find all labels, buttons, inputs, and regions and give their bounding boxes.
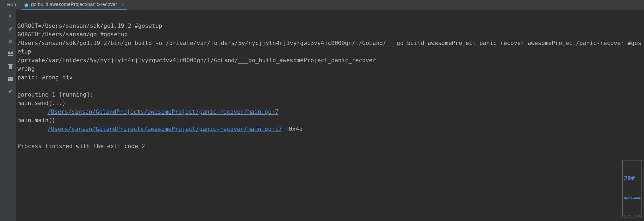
output-line: goroutine 1 [running]: [17,91,93,98]
close-icon[interactable]: × [121,2,124,7]
svg-rect-5 [9,40,12,43]
output-line: GOROOT=/Users/sansan/sdk/go1.19.2 #goset… [17,23,162,29]
output-line: GOPATH=/Users/sansan/go #gosetup [17,31,128,38]
output-line: main.send(...) [17,100,66,106]
svg-rect-14 [8,79,13,81]
svg-point-0 [25,4,28,7]
svg-rect-12 [10,64,11,64]
output-line: +0x4a [282,126,303,132]
go-gopher-icon [24,2,29,7]
output-line: Process finished with the exit code 2 [17,143,145,150]
output-line: panic: wrong div [17,74,73,81]
watermark-text: CSDN @先 [621,213,642,220]
watermark-logo: 开发者 DEVZE.COM [622,160,642,215]
run-toolbar [5,10,16,221]
output-line: /Users/sansan/sdk/go1.19.2/bin/go build … [17,40,641,55]
output-line: main.main() [17,117,55,124]
run-header: Run: go build awesomeProject/panic-recov… [5,0,644,10]
split-icon[interactable] [7,76,13,82]
output-line: wrong [17,65,35,72]
svg-rect-10 [9,65,12,69]
svg-point-3 [25,4,26,5]
run-label: Run: [7,2,17,8]
console-output[interactable]: GOROOT=/Users/sansan/sdk/go1.19.2 #goset… [16,10,644,221]
output-line: /private/var/folders/5y/nycjjytn4rj1vyrg… [17,57,376,64]
run-tab[interactable]: go build awesomeProject/panic-recover × [21,0,127,10]
svg-rect-9 [8,55,13,56]
source-link[interactable]: /Users/sansan/GolandProjects/awesomeProj… [47,109,278,115]
pin-icon[interactable] [7,88,13,94]
svg-point-4 [27,4,28,5]
layout-icon[interactable] [7,51,13,57]
tab-label: go build awesomeProject/panic-recover [31,2,117,7]
trash-icon[interactable] [7,63,13,69]
source-link[interactable]: /Users/sansan/GolandProjects/awesomeProj… [47,126,282,132]
stop-icon[interactable] [7,38,13,44]
svg-rect-7 [11,52,13,53]
bookmarks-sidebar[interactable] [0,0,5,221]
svg-rect-6 [8,52,10,53]
wrench-icon[interactable] [7,26,13,32]
rerun-icon[interactable] [7,13,13,19]
svg-rect-8 [8,53,13,54]
svg-rect-13 [8,77,13,79]
